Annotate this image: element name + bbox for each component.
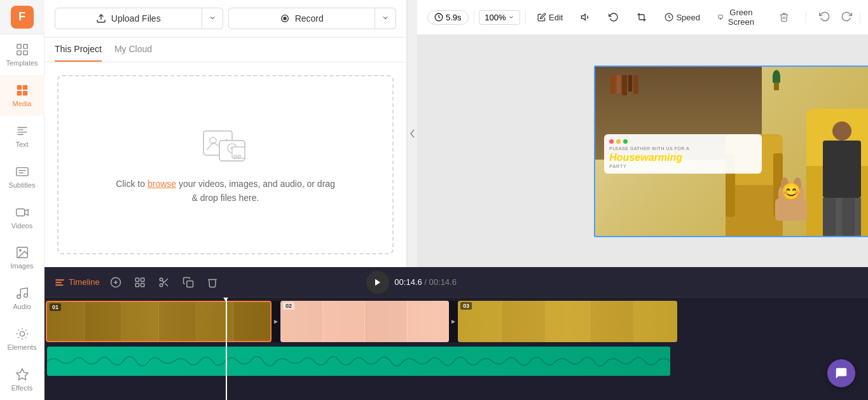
chevron-left-icon xyxy=(410,129,415,138)
duration-badge: 5.9s xyxy=(427,10,469,25)
sidebar-item-subtitles[interactable]: Subtitles xyxy=(0,156,45,197)
time-current: 00:14.6 xyxy=(394,277,422,287)
trash-icon xyxy=(779,12,789,22)
undo-button[interactable] xyxy=(816,8,833,27)
time-display: 00:14.6 / 00:14.6 xyxy=(394,277,457,287)
time-separator: / xyxy=(424,277,429,287)
svg-rect-8 xyxy=(16,167,27,176)
add-track-button[interactable] xyxy=(107,274,124,291)
split-button[interactable] xyxy=(132,274,148,291)
clip-2[interactable]: 02 xyxy=(280,301,449,342)
collapse-handle[interactable] xyxy=(407,0,417,267)
svg-point-16 xyxy=(20,331,24,336)
tab-this-project[interactable]: This Project xyxy=(55,38,102,62)
logo-icon: F xyxy=(11,6,34,29)
browse-link[interactable]: browse xyxy=(148,179,176,189)
audio-track[interactable] xyxy=(47,347,670,376)
upload-dropdown-button[interactable] xyxy=(202,8,223,29)
svg-rect-7 xyxy=(22,91,27,95)
transition-icon-2 xyxy=(450,319,457,325)
scene-background: PLEASE GATHER WITH US FOR A Housewarming… xyxy=(595,67,868,236)
flip-button[interactable] xyxy=(602,10,625,25)
upload-btn-group: Upload Files xyxy=(55,8,223,29)
record-dropdown-button[interactable] xyxy=(375,8,396,29)
record-btn-group: Record xyxy=(228,8,397,29)
svg-rect-46 xyxy=(135,278,139,281)
chat-button[interactable] xyxy=(827,359,855,387)
redo-button[interactable] xyxy=(838,8,855,27)
transition-1[interactable] xyxy=(272,301,280,342)
green-screen-button[interactable]: Green Screen xyxy=(712,5,762,29)
plus-icon xyxy=(110,277,121,288)
upload-zone[interactable]: Click to browse your videos, images, and… xyxy=(57,75,394,254)
zoom-control[interactable]: 100% xyxy=(479,10,520,25)
time-total: 00:14.6 xyxy=(429,277,457,287)
sidebar-item-audio[interactable]: Audio xyxy=(0,278,45,319)
speed-icon xyxy=(665,13,673,22)
preview-panel: 5.9s 100% Edi xyxy=(417,0,868,267)
clip-3[interactable]: 03 xyxy=(458,301,677,342)
separator2 xyxy=(525,11,526,24)
crop-button[interactable] xyxy=(630,10,653,25)
copy-button[interactable] xyxy=(180,274,196,291)
svg-point-14 xyxy=(17,295,20,299)
play-icon xyxy=(373,278,382,287)
timer-button[interactable] xyxy=(865,8,868,27)
effects-icon xyxy=(15,368,29,382)
clip-1[interactable]: 01 xyxy=(46,301,272,342)
speed-button[interactable]: Speed xyxy=(658,10,706,25)
svg-rect-4 xyxy=(17,85,21,90)
edit-icon xyxy=(537,13,546,22)
svg-rect-48 xyxy=(135,283,139,286)
svg-rect-1 xyxy=(23,45,27,48)
split-icon xyxy=(134,277,146,288)
svg-rect-2 xyxy=(17,51,20,55)
svg-rect-0 xyxy=(17,45,20,48)
app-logo[interactable]: F xyxy=(0,0,45,34)
card-dots xyxy=(609,139,757,144)
track-container: 01 xyxy=(45,298,868,400)
svg-marker-17 xyxy=(16,369,27,380)
delete-button[interactable] xyxy=(773,10,796,25)
crop-icon xyxy=(637,12,647,22)
tab-my-cloud[interactable]: My Cloud xyxy=(114,38,152,62)
timeline-icon xyxy=(55,277,65,287)
sidebar-item-media[interactable]: Media xyxy=(0,75,45,116)
upload-files-button[interactable]: Upload Files xyxy=(55,8,202,29)
volume-button[interactable] xyxy=(574,10,597,25)
copy-icon xyxy=(183,277,194,288)
sidebar-item-templates[interactable]: Templates xyxy=(0,34,45,75)
play-button[interactable] xyxy=(366,271,389,294)
svg-line-54 xyxy=(162,280,164,282)
upload-zone-icon xyxy=(200,125,251,169)
main-panel: Upload Files Recor xyxy=(45,0,868,400)
separator3 xyxy=(806,11,806,24)
sidebar-item-effects[interactable]: Effects xyxy=(0,359,45,400)
preview-canvas: PLEASE GATHER WITH US FOR A Housewarming… xyxy=(417,35,868,267)
transition-2[interactable] xyxy=(449,301,458,342)
delete-clip-button[interactable] xyxy=(204,274,221,291)
sidebar-item-label: Subtitles xyxy=(8,181,35,189)
sidebar-item-videos[interactable]: Videos xyxy=(0,197,45,238)
sidebar-item-images[interactable]: Images xyxy=(0,237,45,278)
svg-rect-11 xyxy=(16,209,24,216)
audio-track-container xyxy=(45,345,868,377)
volume-icon xyxy=(581,12,591,22)
images-icon xyxy=(15,245,29,259)
undo-icon xyxy=(819,11,830,22)
sidebar-item-label: Images xyxy=(10,262,33,270)
svg-rect-49 xyxy=(141,283,144,286)
cut-button[interactable] xyxy=(156,274,172,291)
timeline-toolbar: Timeline xyxy=(45,267,868,298)
green-screen-icon xyxy=(718,13,723,22)
card-subtitle: PLEASE GATHER WITH US FOR A xyxy=(609,146,757,151)
grid-icon xyxy=(15,43,29,57)
record-button[interactable]: Record xyxy=(228,8,376,29)
chevron-down-icon xyxy=(209,14,216,22)
sidebar-item-elements[interactable]: Elements xyxy=(0,319,45,359)
trash-clip-icon xyxy=(207,277,218,288)
edit-button[interactable]: Edit xyxy=(531,10,569,25)
sidebar-item-text[interactable]: Text xyxy=(0,116,45,156)
card-party: PARTY xyxy=(609,164,757,169)
svg-rect-3 xyxy=(23,51,27,55)
